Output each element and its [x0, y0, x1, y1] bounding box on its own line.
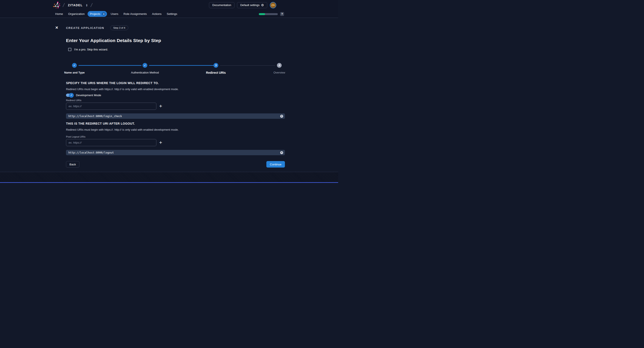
nav-item-users[interactable]: Users [111, 12, 118, 16]
step-3-circle: 3 [214, 63, 218, 68]
onboarding-progress-fill [259, 13, 265, 15]
top-bar-right: Documentation Default settings ⚙ ZA [209, 0, 338, 10]
onboarding-progress-bar[interactable] [259, 13, 278, 15]
close-icon[interactable]: ✕ [54, 24, 60, 30]
documentation-button[interactable]: Documentation [209, 2, 234, 8]
wizard-stepper: ✓ ✓ 3 4 Name and Type Authentication Met… [66, 63, 285, 75]
step-1-circle-check-icon: ✓ [72, 63, 77, 68]
post-logout-uri-chip: http://localhost:8000/logout ✕ [66, 150, 285, 155]
nav-item-projects[interactable]: Projects 4 [88, 11, 107, 17]
bottom-accent-strip [0, 182, 338, 183]
nav-item-organization[interactable]: Organization [68, 12, 85, 16]
back-button[interactable]: Back [66, 161, 79, 168]
step-4-circle: 4 [277, 63, 282, 68]
add-post-logout-uri-button[interactable]: + [158, 140, 163, 145]
logout-section-subtitle: Redirect URIs must begin with https://. … [66, 128, 178, 131]
redirect-uri-value: http://localhost:8000/login_check [68, 114, 280, 118]
nav-item-role-assignments[interactable]: Role Assignments [124, 12, 147, 16]
default-settings-label: Default settings [240, 4, 260, 7]
help-button[interactable]: ? [280, 12, 284, 16]
step-3-label[interactable]: Redirect URIs [206, 71, 226, 74]
remove-redirect-uri-icon[interactable]: ✕ [280, 115, 283, 118]
step-connector-3 [220, 65, 275, 66]
step-2-label[interactable]: Authentication Method [131, 71, 159, 74]
default-settings-button[interactable]: Default settings ⚙ [237, 2, 267, 8]
step-1-label[interactable]: Name and Type [64, 71, 84, 74]
logout-section-heading: THIS IS THE REDIRECT URI AFTER LOGOUT. [66, 122, 135, 125]
post-logout-uri-value: http://localhost:8000/logout [68, 151, 280, 154]
dev-mode-label: Development Mode [76, 94, 101, 97]
redirect-section-heading: SPECIFY THE URIS WHERE THE LOGIN WILL RE… [66, 81, 159, 85]
gear-icon: ⚙ [261, 4, 264, 7]
step-2-circle-check-icon: ✓ [142, 63, 147, 68]
nav-item-home[interactable]: Home [55, 12, 63, 16]
step-connector-1 [78, 65, 142, 66]
user-avatar[interactable]: ZA [270, 2, 276, 8]
nav-item-actions[interactable]: Actions [152, 12, 162, 16]
skip-wizard-label: I'm a pro. Skip this wizard. [74, 48, 108, 51]
dev-mode-toggle[interactable]: ✓ [66, 94, 73, 97]
post-logout-uri-input[interactable] [66, 139, 156, 146]
step-badge: Step 3 of 4 [110, 26, 128, 30]
nav-item-projects-label: Projects [90, 12, 100, 16]
nav-items: Home Organization Projects 4 Users Role … [55, 12, 177, 16]
add-redirect-uri-button[interactable]: + [158, 104, 163, 109]
zitadel-logo-icon[interactable] [52, 1, 61, 9]
redirect-uris-label: Redirect URIs [66, 99, 82, 102]
dev-mode-toggle-row[interactable]: ✓ Development Mode [66, 94, 101, 97]
redirect-section-subtitle: Redirect URIs must begin with https://. … [66, 88, 178, 91]
toggle-check-icon: ✓ [69, 93, 74, 98]
page-title: Enter Your Application Details Step by S… [66, 38, 161, 43]
redirect-uri-chip: http://localhost:8000/login_check ✕ [66, 114, 285, 119]
skip-wizard-checkbox[interactable] [68, 48, 72, 51]
breadcrumb-slash: / [62, 2, 65, 8]
nav-item-settings[interactable]: Settings [167, 12, 177, 16]
nav-right: ? [259, 10, 284, 18]
org-switcher-icon[interactable]: ▲▼ [86, 4, 88, 7]
wizard-actions: Back Continue [66, 161, 285, 168]
top-bar: / ZITADEL ▲▼ / Documentation Default set… [0, 0, 338, 10]
step-4-label[interactable]: Overview [274, 71, 285, 74]
org-name[interactable]: ZITADEL [68, 4, 83, 7]
skip-wizard-row[interactable]: I'm a pro. Skip this wizard. [68, 48, 108, 51]
post-logout-uris-label: Post Logout URIs [66, 136, 86, 138]
remove-post-logout-uri-icon[interactable]: ✕ [280, 151, 283, 154]
wizard-header: CREATE APPLICATION Step 3 of 4 [66, 26, 128, 30]
breadcrumb-slash: / [90, 2, 93, 8]
wizard-title: CREATE APPLICATION [66, 26, 104, 30]
redirect-uri-input[interactable] [66, 103, 156, 110]
main-nav: Home Organization Projects 4 Users Role … [0, 10, 338, 18]
footer-band [0, 172, 338, 182]
continue-button[interactable]: Continue [266, 161, 285, 168]
step-connector-2 [149, 65, 214, 66]
projects-count-badge: 4 [102, 12, 106, 16]
